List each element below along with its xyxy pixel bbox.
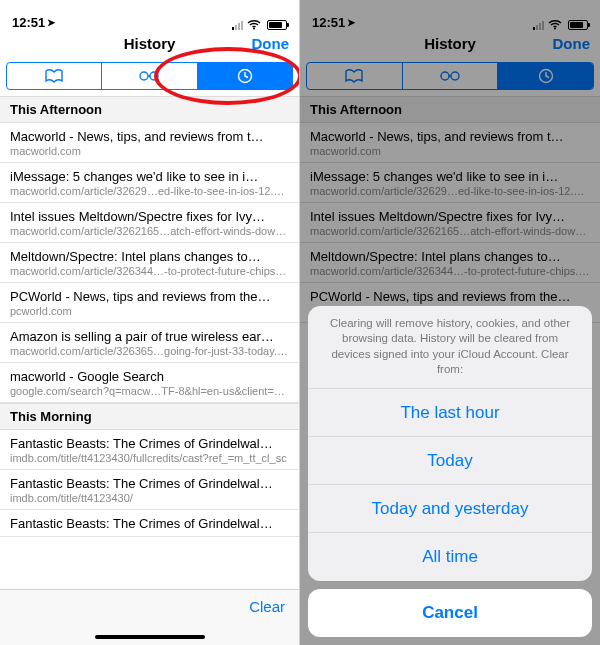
battery-icon: [267, 20, 287, 30]
svg-point-1: [140, 72, 148, 80]
history-row[interactable]: Fantastic Beasts: The Crimes of Grindelw…: [0, 470, 299, 510]
location-icon: ➤: [47, 17, 55, 28]
svg-point-0: [253, 28, 255, 30]
option-last-hour[interactable]: The last hour: [308, 389, 592, 437]
history-list[interactable]: This Afternoon Macworld - News, tips, an…: [0, 96, 299, 645]
section-header-morning: This Morning: [0, 403, 299, 430]
clock-time: 12:51➤: [12, 15, 55, 30]
glasses-icon: [138, 70, 160, 82]
clock-icon: [237, 68, 253, 84]
cellular-signal-icon: [232, 21, 243, 30]
history-row[interactable]: Fantastic Beasts: The Crimes of Grindelw…: [0, 510, 299, 537]
history-row[interactable]: PCWorld - News, tips and reviews from th…: [0, 283, 299, 323]
segment-history[interactable]: [198, 63, 292, 89]
segment-bookmarks[interactable]: [7, 63, 102, 89]
action-sheet-cancel[interactable]: Cancel: [308, 589, 592, 637]
book-icon: [44, 69, 64, 83]
action-sheet-message: Clearing will remove history, cookies, a…: [308, 306, 592, 389]
nav-header: History Done: [0, 32, 299, 62]
option-today-and-yesterday[interactable]: Today and yesterday: [308, 485, 592, 533]
clear-button[interactable]: Clear: [249, 598, 285, 615]
wifi-icon: [247, 20, 261, 30]
history-row[interactable]: Macworld - News, tips, and reviews from …: [0, 123, 299, 163]
done-button[interactable]: Done: [252, 32, 290, 56]
history-row[interactable]: Amazon is selling a pair of true wireles…: [0, 323, 299, 363]
segment-reading-list[interactable]: [102, 63, 197, 89]
history-screen-right: 12:51➤ History Done This Afternoon Macwo…: [300, 0, 600, 645]
history-screen-left: 12:51➤ History Done This Afternoon Macwo…: [0, 0, 300, 645]
bottom-toolbar: Clear: [0, 589, 299, 645]
clear-history-action-sheet: Clearing will remove history, cookies, a…: [308, 306, 592, 637]
action-sheet-options: Clearing will remove history, cookies, a…: [308, 306, 592, 581]
option-today[interactable]: Today: [308, 437, 592, 485]
history-row[interactable]: iMessage: 5 changes we'd like to see in …: [0, 163, 299, 203]
home-indicator: [95, 635, 205, 639]
option-all-time[interactable]: All time: [308, 533, 592, 581]
section-header-afternoon: This Afternoon: [0, 96, 299, 123]
history-row[interactable]: Meltdown/Spectre: Intel plans changes to…: [0, 243, 299, 283]
history-row[interactable]: Intel issues Meltdown/Spectre fixes for …: [0, 203, 299, 243]
svg-point-2: [150, 72, 158, 80]
status-bar: 12:51➤: [0, 0, 299, 32]
history-row[interactable]: macworld - Google Searchgoogle.com/searc…: [0, 363, 299, 403]
bookmarks-segmented-control[interactable]: [6, 62, 293, 90]
history-row[interactable]: Fantastic Beasts: The Crimes of Grindelw…: [0, 430, 299, 470]
